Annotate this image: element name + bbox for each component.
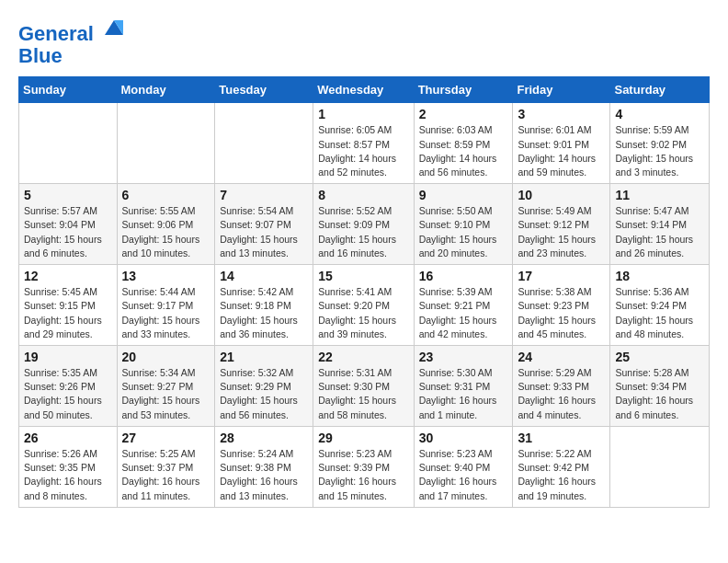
day-number: 22	[318, 350, 408, 364]
logo-blue: Blue	[18, 45, 127, 67]
calendar-cell: 10Sunrise: 5:49 AMSunset: 9:12 PMDayligh…	[513, 184, 610, 265]
day-number: 24	[518, 350, 605, 364]
day-info: Sunrise: 6:05 AMSunset: 8:57 PMDaylight:…	[318, 123, 408, 179]
day-info: Sunrise: 5:59 AMSunset: 9:02 PMDaylight:…	[615, 123, 704, 179]
day-number: 21	[220, 350, 308, 364]
logo-icon	[101, 15, 127, 40]
calendar-cell	[19, 103, 118, 184]
weekday-friday: Friday	[513, 77, 610, 103]
day-number: 8	[318, 188, 408, 202]
calendar-cell: 4Sunrise: 5:59 AMSunset: 9:02 PMDaylight…	[610, 103, 710, 184]
week-row-1: 1Sunrise: 6:05 AMSunset: 8:57 PMDaylight…	[19, 103, 710, 184]
day-number: 17	[518, 269, 605, 283]
week-row-3: 12Sunrise: 5:45 AMSunset: 9:15 PMDayligh…	[19, 265, 710, 346]
calendar-cell: 29Sunrise: 5:23 AMSunset: 9:39 PMDayligh…	[313, 426, 414, 507]
day-info: Sunrise: 5:52 AMSunset: 9:09 PMDaylight:…	[318, 204, 408, 260]
day-info: Sunrise: 5:25 AMSunset: 9:37 PMDaylight:…	[122, 447, 210, 503]
day-info: Sunrise: 5:28 AMSunset: 9:34 PMDaylight:…	[615, 366, 704, 422]
day-number: 2	[419, 107, 508, 121]
day-number: 13	[122, 269, 210, 283]
day-info: Sunrise: 5:39 AMSunset: 9:21 PMDaylight:…	[419, 285, 508, 341]
logo-text: General	[18, 15, 127, 45]
calendar-cell	[117, 103, 215, 184]
calendar-cell: 18Sunrise: 5:36 AMSunset: 9:24 PMDayligh…	[610, 265, 710, 346]
calendar-cell: 24Sunrise: 5:29 AMSunset: 9:33 PMDayligh…	[513, 346, 610, 427]
calendar-cell: 13Sunrise: 5:44 AMSunset: 9:17 PMDayligh…	[117, 265, 215, 346]
day-number: 28	[220, 431, 308, 445]
day-info: Sunrise: 5:45 AMSunset: 9:15 PMDaylight:…	[24, 285, 112, 341]
calendar-cell: 30Sunrise: 5:23 AMSunset: 9:40 PMDayligh…	[414, 426, 513, 507]
day-number: 27	[122, 431, 210, 445]
day-info: Sunrise: 5:54 AMSunset: 9:07 PMDaylight:…	[220, 204, 308, 260]
week-row-2: 5Sunrise: 5:57 AMSunset: 9:04 PMDaylight…	[19, 184, 710, 265]
day-number: 6	[122, 188, 210, 202]
day-info: Sunrise: 5:23 AMSunset: 9:39 PMDaylight:…	[318, 447, 408, 503]
day-number: 23	[419, 350, 508, 364]
calendar-cell	[215, 103, 313, 184]
day-info: Sunrise: 5:32 AMSunset: 9:29 PMDaylight:…	[220, 366, 308, 422]
week-row-5: 26Sunrise: 5:26 AMSunset: 9:35 PMDayligh…	[19, 426, 710, 507]
calendar-cell: 23Sunrise: 5:30 AMSunset: 9:31 PMDayligh…	[414, 346, 513, 427]
day-number: 14	[220, 269, 308, 283]
day-info: Sunrise: 5:38 AMSunset: 9:23 PMDaylight:…	[518, 285, 605, 341]
day-number: 18	[615, 269, 704, 283]
day-info: Sunrise: 5:31 AMSunset: 9:30 PMDaylight:…	[318, 366, 408, 422]
calendar-cell: 6Sunrise: 5:55 AMSunset: 9:06 PMDaylight…	[117, 184, 215, 265]
calendar-cell: 16Sunrise: 5:39 AMSunset: 9:21 PMDayligh…	[414, 265, 513, 346]
day-info: Sunrise: 6:01 AMSunset: 9:01 PMDaylight:…	[518, 123, 605, 179]
day-info: Sunrise: 5:41 AMSunset: 9:20 PMDaylight:…	[318, 285, 408, 341]
day-info: Sunrise: 5:50 AMSunset: 9:10 PMDaylight:…	[419, 204, 508, 260]
day-info: Sunrise: 5:30 AMSunset: 9:31 PMDaylight:…	[419, 366, 508, 422]
day-info: Sunrise: 5:35 AMSunset: 9:26 PMDaylight:…	[24, 366, 112, 422]
calendar-cell: 1Sunrise: 6:05 AMSunset: 8:57 PMDaylight…	[313, 103, 414, 184]
page: General Blue SundayMondayTuesdayWednesda…	[0, 0, 728, 523]
header: General Blue	[18, 15, 710, 67]
day-number: 10	[518, 188, 605, 202]
weekday-monday: Monday	[117, 77, 215, 103]
calendar-cell: 19Sunrise: 5:35 AMSunset: 9:26 PMDayligh…	[19, 346, 118, 427]
day-info: Sunrise: 5:24 AMSunset: 9:38 PMDaylight:…	[220, 447, 308, 503]
day-info: Sunrise: 6:03 AMSunset: 8:59 PMDaylight:…	[419, 123, 508, 179]
calendar-cell: 27Sunrise: 5:25 AMSunset: 9:37 PMDayligh…	[117, 426, 215, 507]
calendar-table: SundayMondayTuesdayWednesdayThursdayFrid…	[18, 76, 710, 507]
logo: General Blue	[18, 15, 127, 67]
day-number: 29	[318, 431, 408, 445]
calendar-cell: 14Sunrise: 5:42 AMSunset: 9:18 PMDayligh…	[215, 265, 313, 346]
day-number: 12	[24, 269, 112, 283]
day-number: 7	[220, 188, 308, 202]
weekday-tuesday: Tuesday	[215, 77, 313, 103]
day-info: Sunrise: 5:57 AMSunset: 9:04 PMDaylight:…	[24, 204, 112, 260]
day-number: 1	[318, 107, 408, 121]
logo-general: General	[18, 22, 94, 45]
weekday-saturday: Saturday	[610, 77, 710, 103]
day-info: Sunrise: 5:49 AMSunset: 9:12 PMDaylight:…	[518, 204, 605, 260]
day-number: 31	[518, 431, 605, 445]
day-number: 20	[122, 350, 210, 364]
week-row-4: 19Sunrise: 5:35 AMSunset: 9:26 PMDayligh…	[19, 346, 710, 427]
day-number: 26	[24, 431, 112, 445]
day-number: 3	[518, 107, 605, 121]
calendar-cell: 3Sunrise: 6:01 AMSunset: 9:01 PMDaylight…	[513, 103, 610, 184]
calendar-cell: 25Sunrise: 5:28 AMSunset: 9:34 PMDayligh…	[610, 346, 710, 427]
day-info: Sunrise: 5:34 AMSunset: 9:27 PMDaylight:…	[122, 366, 210, 422]
calendar-cell: 12Sunrise: 5:45 AMSunset: 9:15 PMDayligh…	[19, 265, 118, 346]
calendar-cell: 2Sunrise: 6:03 AMSunset: 8:59 PMDaylight…	[414, 103, 513, 184]
calendar-cell: 8Sunrise: 5:52 AMSunset: 9:09 PMDaylight…	[313, 184, 414, 265]
calendar-cell: 5Sunrise: 5:57 AMSunset: 9:04 PMDaylight…	[19, 184, 118, 265]
weekday-wednesday: Wednesday	[313, 77, 414, 103]
calendar-cell	[610, 426, 710, 507]
weekday-header-row: SundayMondayTuesdayWednesdayThursdayFrid…	[19, 77, 710, 103]
calendar-cell: 22Sunrise: 5:31 AMSunset: 9:30 PMDayligh…	[313, 346, 414, 427]
weekday-thursday: Thursday	[414, 77, 513, 103]
day-info: Sunrise: 5:23 AMSunset: 9:40 PMDaylight:…	[419, 447, 508, 503]
calendar-cell: 26Sunrise: 5:26 AMSunset: 9:35 PMDayligh…	[19, 426, 118, 507]
day-info: Sunrise: 5:36 AMSunset: 9:24 PMDaylight:…	[615, 285, 704, 341]
weekday-sunday: Sunday	[19, 77, 118, 103]
day-number: 16	[419, 269, 508, 283]
day-number: 30	[419, 431, 508, 445]
calendar-cell: 9Sunrise: 5:50 AMSunset: 9:10 PMDaylight…	[414, 184, 513, 265]
day-info: Sunrise: 5:42 AMSunset: 9:18 PMDaylight:…	[220, 285, 308, 341]
calendar-cell: 15Sunrise: 5:41 AMSunset: 9:20 PMDayligh…	[313, 265, 414, 346]
calendar-cell: 7Sunrise: 5:54 AMSunset: 9:07 PMDaylight…	[215, 184, 313, 265]
day-number: 11	[615, 188, 704, 202]
